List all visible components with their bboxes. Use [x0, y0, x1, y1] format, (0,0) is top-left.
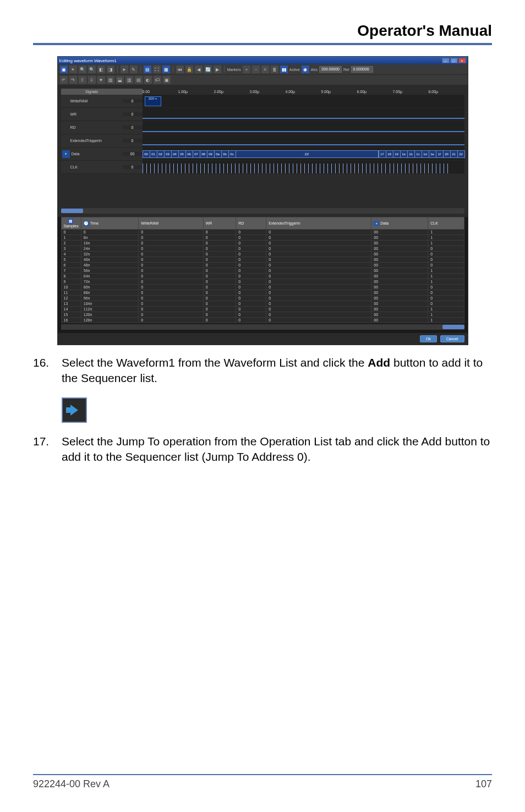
table-cell[interactable]: 1	[428, 235, 464, 241]
table-cell[interactable]: 5	[61, 257, 81, 263]
table-cell[interactable]: 0	[139, 268, 203, 274]
zoom-fit-icon[interactable]: ◧	[97, 66, 105, 73]
data-expand-icon[interactable]: ＋	[374, 221, 379, 226]
table-cell[interactable]: 12	[61, 296, 81, 301]
table-cell[interactable]: 6	[61, 263, 81, 268]
sort-desc-icon[interactable]: ⇩	[88, 76, 96, 84]
table-cell[interactable]: 0	[266, 318, 371, 323]
table-cell[interactable]: 16	[61, 318, 81, 323]
table-cell[interactable]: 64n	[81, 274, 139, 279]
table-cell[interactable]: 15	[61, 312, 81, 318]
table-cell[interactable]: 0	[266, 285, 371, 290]
table-cell[interactable]: 0	[266, 263, 371, 268]
table-cell[interactable]: 0	[266, 296, 371, 301]
split-icon[interactable]: ▥	[125, 76, 133, 84]
table-cell[interactable]: 0	[139, 279, 203, 285]
table-cell[interactable]: 00	[371, 285, 428, 290]
refresh-icon[interactable]: 🔄	[204, 66, 212, 73]
table-cell[interactable]: 0	[428, 290, 464, 296]
fit-icon[interactable]: ⛶	[153, 66, 161, 73]
waveform-row[interactable]	[143, 161, 464, 174]
table-cell[interactable]: 00	[371, 241, 428, 246]
merge-icon[interactable]: ▤	[135, 76, 143, 84]
window-close-button[interactable]: ×	[458, 58, 466, 63]
table-cell[interactable]: 56n	[81, 268, 139, 274]
titlebar[interactable]: Editing waveform Waveform1 – □ ×	[58, 57, 468, 64]
redo-icon[interactable]: ↷	[69, 76, 77, 84]
table-cell[interactable]: 00	[371, 274, 428, 279]
signal-row[interactable]: +Data00	[61, 148, 143, 161]
table-cell[interactable]: 0	[139, 252, 203, 257]
table-cell[interactable]: 00	[371, 230, 428, 235]
lock-icon[interactable]: 🔒	[185, 66, 193, 73]
table-cell[interactable]: 0	[139, 263, 203, 268]
table-cell[interactable]: 0	[428, 285, 464, 290]
col-samples[interactable]: Samples	[64, 224, 79, 228]
table-cell[interactable]: 1	[61, 235, 81, 241]
pointer-tool-icon[interactable]: ➤	[121, 66, 128, 73]
table-cell[interactable]: 13	[61, 301, 81, 307]
table-cell[interactable]: 0	[236, 274, 266, 279]
marker-dual-icon[interactable]: ▮▮	[280, 66, 288, 73]
table-cell[interactable]: 0	[266, 241, 371, 246]
table-cell[interactable]: 11	[61, 290, 81, 296]
zoom-in-icon[interactable]: 🔍	[79, 66, 86, 73]
table-cell[interactable]: 10	[61, 285, 81, 290]
table-cell[interactable]: 0	[236, 290, 266, 296]
signal-expand-button[interactable]: +	[62, 150, 70, 158]
table-cell[interactable]: 32n	[81, 252, 139, 257]
table-horizontal-scrollbar[interactable]	[61, 324, 464, 330]
table-cell[interactable]: 0	[139, 246, 203, 252]
table-cell[interactable]: 0	[266, 252, 371, 257]
compare-icon[interactable]: ⬓	[116, 76, 124, 84]
table-cell[interactable]: 0	[139, 318, 203, 323]
table-cell[interactable]: 0	[236, 263, 266, 268]
table-cell[interactable]: 1	[428, 307, 464, 312]
table-cell[interactable]: 0	[236, 312, 266, 318]
table-cell[interactable]: 1	[428, 274, 464, 279]
table-cell[interactable]: 0	[428, 246, 464, 252]
table-cell[interactable]: 00	[371, 307, 428, 312]
table-cell[interactable]: 0	[139, 235, 203, 241]
table-row[interactable]: 432n0000000	[61, 252, 464, 257]
table-cell[interactable]: 1	[428, 241, 464, 246]
table-cell[interactable]: 3	[61, 246, 81, 252]
table-row[interactable]: 1296n0000000	[61, 296, 464, 301]
table-row[interactable]: 216n0000001	[61, 241, 464, 246]
sort-asc-icon[interactable]: ⇧	[79, 76, 86, 84]
table-cell[interactable]: 0	[236, 268, 266, 274]
table-cell[interactable]: 0	[236, 285, 266, 290]
table-cell[interactable]: 0	[203, 290, 236, 296]
table-cell[interactable]: 72n	[81, 279, 139, 285]
table-cell[interactable]: 48n	[81, 263, 139, 268]
waveform-row[interactable]	[143, 134, 464, 148]
table-cell[interactable]: 0	[139, 274, 203, 279]
waveform-canvas[interactable]: 200 n000102030405060708090a0b0cZZ1718191…	[143, 95, 464, 174]
table-cell[interactable]: 0	[236, 296, 266, 301]
table-row[interactable]: 16128n0000001	[61, 318, 464, 323]
cancel-button[interactable]: Cancel	[440, 335, 464, 342]
paint-tool-icon[interactable]: ✎	[130, 66, 138, 73]
table-cell[interactable]: 0	[203, 274, 236, 279]
table-cell[interactable]: 0	[203, 235, 236, 241]
table-cell[interactable]: 0	[266, 301, 371, 307]
table-cell[interactable]: 80n	[81, 285, 139, 290]
table-cell[interactable]: 0	[139, 290, 203, 296]
table-cell[interactable]: 00	[371, 252, 428, 257]
table-cell[interactable]: 0	[236, 235, 266, 241]
table-cell[interactable]: 00	[371, 235, 428, 241]
window-minimize-button[interactable]: –	[442, 58, 450, 63]
settings-icon[interactable]: ✴	[69, 66, 77, 73]
table-cell[interactable]: 0	[203, 263, 236, 268]
table-cell[interactable]: 24n	[81, 246, 139, 252]
table-cell[interactable]: 0	[203, 318, 236, 323]
table-cell[interactable]: 0	[428, 257, 464, 263]
table-cell[interactable]: 0	[81, 230, 139, 235]
table-cell[interactable]: 1	[428, 268, 464, 274]
col-wr[interactable]: WR	[203, 217, 236, 230]
preview-icon[interactable]: ▣	[163, 76, 171, 84]
table-cell[interactable]: 0	[266, 235, 371, 241]
table-cell[interactable]: 00	[371, 246, 428, 252]
table-cell[interactable]: 0	[139, 312, 203, 318]
table-cell[interactable]: 0	[236, 257, 266, 263]
